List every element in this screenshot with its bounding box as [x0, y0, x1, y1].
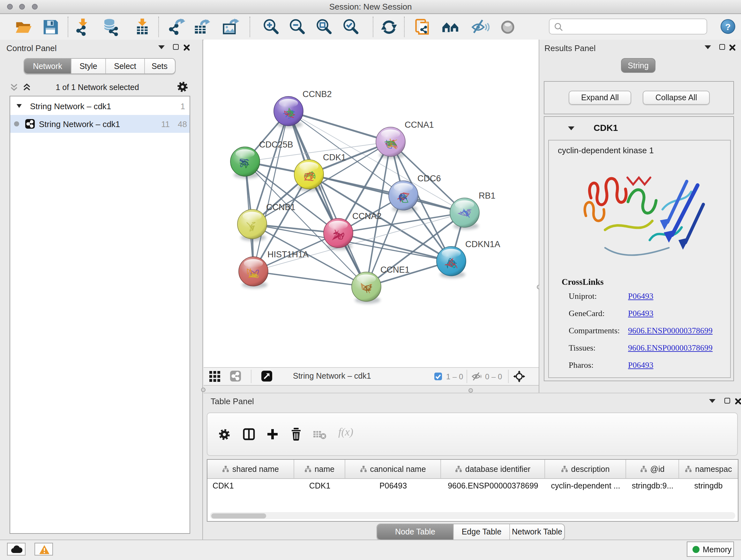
- zoom-selected-icon[interactable]: [341, 18, 360, 37]
- network-canvas[interactable]: CCNB2CCNA1CDC25BCDK1CDC6RB1CCNB1CCNA2CDK…: [204, 40, 539, 367]
- zoom-out-icon[interactable]: [287, 18, 306, 37]
- control-panel-close-icon[interactable]: [183, 44, 190, 51]
- network-collection-row[interactable]: String Network – cdk1 1: [10, 98, 190, 115]
- scrollbar-thumb[interactable]: [211, 513, 266, 518]
- node-CCNB1[interactable]: [238, 209, 267, 241]
- tab-network[interactable]: Network: [24, 59, 71, 73]
- crosslink-value[interactable]: P06493: [628, 291, 653, 301]
- search-input[interactable]: [566, 20, 703, 35]
- column-header-name[interactable]: name: [294, 460, 345, 478]
- tab-sets[interactable]: Sets: [145, 59, 174, 73]
- results-panel-close-icon[interactable]: [729, 44, 736, 51]
- fit-selected-crosshair-icon[interactable]: [513, 370, 525, 382]
- table-panel-close-icon[interactable]: [735, 398, 741, 405]
- delete-column-icon[interactable]: [290, 427, 302, 441]
- tree-expand-icon[interactable]: [17, 104, 22, 108]
- tab-edge-table[interactable]: Edge Table: [454, 524, 510, 540]
- node-HIST1H1A[interactable]: [239, 257, 268, 288]
- edge-CDK1-RB1[interactable]: [309, 174, 465, 212]
- search-box[interactable]: [549, 18, 707, 35]
- network-row-selected[interactable]: String Network – cdk1 11 48: [10, 115, 190, 133]
- expand-all-button[interactable]: Expand All: [569, 91, 631, 105]
- node-CCNA2[interactable]: [324, 219, 353, 250]
- column-header-database-identifier[interactable]: database identifier: [441, 460, 545, 478]
- edge-CCNB2-CCNE1[interactable]: [288, 111, 366, 287]
- tab-network-table[interactable]: Network Table: [510, 524, 564, 540]
- results-panel-float-icon[interactable]: [719, 44, 725, 50]
- export-network-icon[interactable]: [167, 18, 186, 37]
- edge-CCNB2-CCNA1[interactable]: [288, 111, 391, 142]
- node-RB1[interactable]: [450, 198, 479, 230]
- cell-namespac[interactable]: stringdb: [679, 479, 738, 493]
- table-panel-float-icon[interactable]: [724, 398, 730, 403]
- show-columns-icon[interactable]: [243, 428, 255, 441]
- import-network-database-icon[interactable]: [101, 18, 120, 37]
- column-header-shared-name[interactable]: shared name: [207, 460, 294, 478]
- table-panel-menu-icon[interactable]: [709, 399, 716, 403]
- birdseye-view-icon[interactable]: [261, 370, 273, 382]
- node-CDC25B[interactable]: [230, 147, 260, 179]
- collapse-all-tree-icon[interactable]: [22, 83, 31, 92]
- divider-handle[interactable]: [201, 387, 205, 392]
- zoom-in-icon[interactable]: [261, 18, 280, 37]
- table-row[interactable]: CDK1CDK1P064939606.ENSP00000378699cyclin…: [207, 479, 738, 493]
- function-builder-icon[interactable]: f(x): [338, 426, 353, 439]
- node-CDC6[interactable]: [389, 181, 418, 212]
- column-header-namespac[interactable]: namespac: [679, 460, 738, 478]
- collapse-all-button[interactable]: Collapse All: [643, 91, 710, 105]
- node-CCNE1[interactable]: [352, 272, 381, 304]
- control-panel-float-icon[interactable]: [173, 44, 179, 50]
- cell-name[interactable]: CDK1: [294, 479, 345, 493]
- cell-shared-name[interactable]: CDK1: [207, 479, 294, 493]
- warning-button[interactable]: [35, 543, 53, 556]
- node-CCNA1[interactable]: [376, 127, 405, 159]
- hide-glass-eye-icon[interactable]: [471, 18, 489, 37]
- tab-style[interactable]: Style: [71, 59, 106, 73]
- selected-checkbox-icon[interactable]: [434, 372, 442, 381]
- node-CDKN1A[interactable]: [436, 246, 466, 278]
- cloud-button[interactable]: [7, 543, 25, 556]
- cell-description[interactable]: cyclin-dependent ...: [545, 479, 626, 493]
- zoom-fit-icon[interactable]: [314, 18, 333, 37]
- expand-all-tree-icon[interactable]: [10, 83, 18, 92]
- entry-collapse-icon[interactable]: [568, 126, 575, 130]
- control-panel-menu-icon[interactable]: [158, 45, 165, 49]
- crosslink-value[interactable]: P06493: [628, 308, 653, 319]
- tab-select[interactable]: Select: [106, 59, 145, 73]
- export-table-icon[interactable]: [192, 18, 211, 37]
- home-icon[interactable]: [441, 18, 460, 37]
- add-column-icon[interactable]: [266, 428, 279, 441]
- help-button[interactable]: ?: [721, 19, 735, 34]
- import-table-file-icon[interactable]: [133, 18, 151, 37]
- table-gear-icon[interactable]: [218, 428, 230, 441]
- node-CCNB2[interactable]: [274, 97, 303, 128]
- grid-view-icon[interactable]: [209, 371, 220, 382]
- column-header--id[interactable]: @id: [626, 460, 679, 478]
- cell-canonical-name[interactable]: P06493: [345, 479, 441, 493]
- column-header-canonical-name[interactable]: canonical name: [345, 460, 441, 478]
- network-view-icon[interactable]: [230, 370, 241, 382]
- splitter-handle[interactable]: [468, 388, 473, 393]
- crosslink-value[interactable]: 9606.ENSP00000378699: [628, 326, 713, 336]
- horizontal-scrollbar[interactable]: [210, 512, 735, 519]
- show-glass-eye-icon[interactable]: [498, 18, 517, 37]
- open-session-icon[interactable]: [14, 18, 32, 37]
- refresh-icon[interactable]: [380, 18, 398, 37]
- import-network-file-icon[interactable]: [74, 18, 92, 37]
- delete-table-icon[interactable]: [313, 429, 327, 440]
- gear-icon[interactable]: [177, 81, 188, 92]
- tab-string[interactable]: String: [621, 58, 656, 73]
- save-session-icon[interactable]: [41, 18, 60, 37]
- crosslink-value[interactable]: 9606.ENSP00000378699: [628, 343, 713, 353]
- tab-node-table[interactable]: Node Table: [377, 524, 454, 540]
- memory-button[interactable]: Memory: [687, 542, 734, 557]
- column-header-description[interactable]: description: [545, 460, 626, 478]
- node-CDK1[interactable]: [294, 160, 324, 191]
- crosslink-value[interactable]: P06493: [628, 360, 653, 370]
- results-panel-menu-icon[interactable]: [704, 45, 711, 49]
- cell-database-identifier[interactable]: 9606.ENSP00000378699: [441, 479, 545, 493]
- cell--id[interactable]: stringdb:9...: [626, 479, 679, 493]
- export-image-icon[interactable]: [221, 18, 240, 37]
- edge-HIST1H1A-CCNE1[interactable]: [253, 271, 366, 287]
- paste-shared-session-icon[interactable]: [414, 18, 432, 37]
